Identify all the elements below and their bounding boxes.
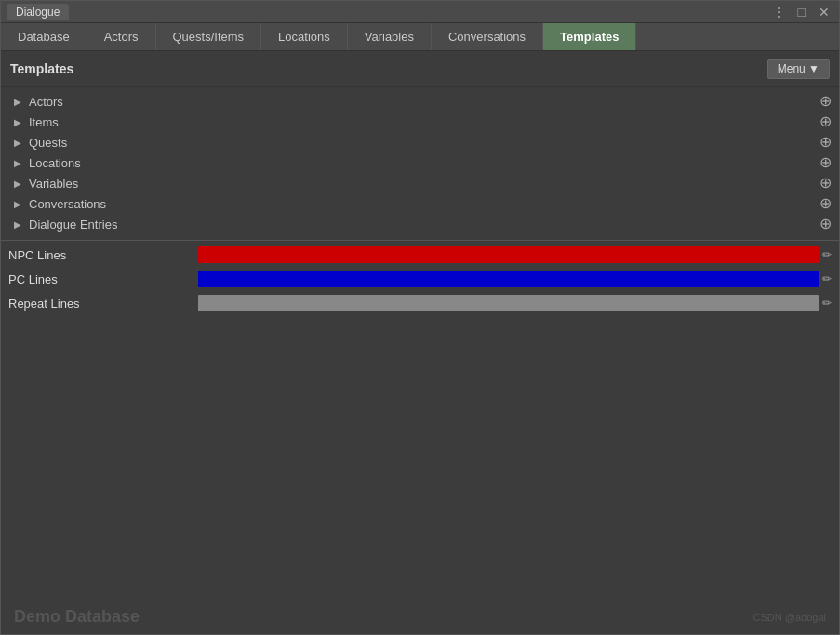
title-bar: Dialogue ⋮ □ ✕ [1,1,839,23]
tree-label-items: Items [29,115,59,129]
menu-button[interactable]: Menu ▼ [767,59,830,79]
tab-bar: Database Actors Quests/Items Locations V… [1,23,839,51]
tab-templates[interactable]: Templates [543,23,636,50]
edit-pc-lines-icon[interactable]: ✏ [822,272,832,285]
add-quests-button[interactable]: ⊕ [820,135,832,150]
collapse-arrow-quests: ▶ [14,138,23,148]
pc-lines-label: PC Lines [8,272,58,286]
add-dialogue-entries-button[interactable]: ⊕ [820,217,832,232]
add-actors-button[interactable]: ⊕ [820,94,832,109]
color-row-repeat-lines[interactable]: Repeat Lines ✏ [1,291,839,315]
collapse-arrow-dialogue-entries: ▶ [14,219,23,230]
color-row-npc-lines[interactable]: NPC Lines ✏ [1,243,839,267]
tree-label-locations: Locations [29,156,81,170]
section-title: Templates [10,61,73,76]
window-title: Dialogue [7,4,69,20]
collapse-arrow-items: ▶ [14,117,23,127]
tab-actors[interactable]: Actors [87,23,156,50]
tree-item-conversations[interactable]: ▶ Conversations ⊕ [1,193,839,214]
collapse-arrow-variables: ▶ [14,179,23,189]
add-locations-button[interactable]: ⊕ [820,155,832,170]
collapse-arrow-conversations: ▶ [14,199,23,209]
collapse-arrow-locations: ▶ [14,158,23,168]
footer: Demo Database CSDN @adogai [1,600,839,634]
color-row-pc-lines[interactable]: PC Lines ✏ [1,267,839,291]
npc-lines-label: NPC Lines [8,248,66,262]
pc-lines-color-bar [198,271,819,287]
tree-section: ▶ Actors ⊕ ▶ Items ⊕ ▶ Quests ⊕ [1,87,839,238]
tree-item-locations[interactable]: ▶ Locations ⊕ [1,152,839,173]
maximize-icon[interactable]: □ [794,3,809,21]
add-conversations-button[interactable]: ⊕ [820,196,832,211]
tab-database[interactable]: Database [1,23,87,50]
watermark-text: CSDN @adogai [753,612,826,623]
collapse-arrow-actors: ▶ [14,97,23,107]
main-window: Dialogue ⋮ □ ✕ Database Actors Quests/It… [0,0,840,635]
edit-repeat-lines-icon[interactable]: ✏ [822,297,832,310]
npc-lines-color-bar [198,246,819,263]
content-header: Templates Menu ▼ [1,51,839,87]
tree-item-dialogue-entries[interactable]: ▶ Dialogue Entries ⊕ [1,214,839,234]
pc-lines-color-bar-container [198,271,819,287]
tab-conversations[interactable]: Conversations [432,23,543,50]
tree-item-items[interactable]: ▶ Items ⊕ [1,112,839,132]
add-items-button[interactable]: ⊕ [820,114,832,129]
kebab-icon[interactable]: ⋮ [768,3,789,21]
title-bar-right: ⋮ □ ✕ [768,3,833,21]
tree-item-variables[interactable]: ▶ Variables ⊕ [1,173,839,193]
repeat-lines-color-bar-container [198,295,819,311]
repeat-lines-color-bar [198,295,819,311]
title-bar-left: Dialogue [7,4,69,20]
add-variables-button[interactable]: ⊕ [820,176,832,191]
tree-item-quests[interactable]: ▶ Quests ⊕ [1,132,839,152]
tree-item-actors[interactable]: ▶ Actors ⊕ [1,91,839,112]
tab-locations[interactable]: Locations [261,23,348,50]
tree-label-dialogue-entries: Dialogue Entries [29,218,117,232]
content-area: Templates Menu ▼ ▶ Actors ⊕ ▶ Items ⊕ [1,51,839,600]
close-icon[interactable]: ✕ [815,3,833,21]
tree-label-variables: Variables [29,177,78,191]
tab-quests-items[interactable]: Quests/Items [156,23,262,50]
tree-label-quests: Quests [29,136,67,150]
divider-1 [1,240,839,241]
demo-database-label: Demo Database [14,607,140,627]
tree-label-actors: Actors [29,95,63,109]
tree-label-conversations: Conversations [29,197,106,211]
npc-lines-color-bar-container [198,246,819,263]
color-rows-section: NPC Lines ✏ PC Lines ✏ Repeat Lines [1,243,839,315]
tab-variables[interactable]: Variables [348,23,432,50]
repeat-lines-label: Repeat Lines [8,297,80,311]
edit-npc-lines-icon[interactable]: ✏ [822,248,832,261]
